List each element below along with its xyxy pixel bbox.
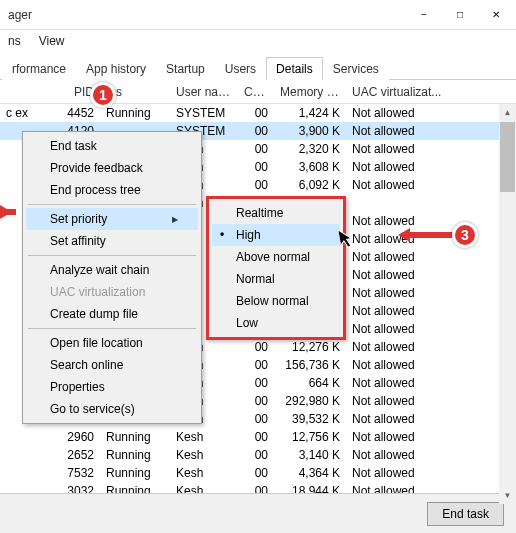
cell-uac: Not allowed	[346, 212, 516, 230]
cell-mem: 1,424 K	[274, 104, 346, 122]
ctx-go-to-service-s-[interactable]: Go to service(s)	[26, 398, 198, 420]
maximize-button[interactable]: □	[442, 1, 478, 29]
ctx-end-process-tree[interactable]: End process tree	[26, 179, 198, 201]
cell-uac: Not allowed	[346, 140, 516, 158]
cell-mem: 6,092 K	[274, 176, 346, 194]
scroll-thumb[interactable]	[500, 122, 515, 192]
cell-cpu: 00	[238, 158, 274, 176]
end-task-button[interactable]: End task	[427, 502, 504, 526]
menubar: ns View	[0, 30, 516, 52]
cell-uac	[346, 201, 516, 205]
cell-mem: 3,608 K	[274, 158, 346, 176]
cell-uac: Not allowed	[346, 374, 516, 392]
priority-realtime[interactable]: Realtime	[212, 202, 340, 224]
col-cpu[interactable]: CPU	[238, 83, 274, 101]
cell-status: Running	[100, 104, 170, 122]
cell-cpu: 00	[238, 338, 274, 356]
cell-name	[0, 435, 50, 439]
col-mem[interactable]: Memory (a...	[274, 83, 346, 101]
menu-view[interactable]: View	[35, 32, 69, 50]
ctx-provide-feedback[interactable]: Provide feedback	[26, 157, 198, 179]
cell-uac: Not allowed	[346, 320, 516, 338]
tab-details[interactable]: Details	[266, 57, 323, 80]
priority-normal[interactable]: Normal	[212, 268, 340, 290]
tab-performance[interactable]: rformance	[2, 57, 76, 80]
priority-submenu: RealtimeHighAbove normalNormalBelow norm…	[206, 196, 346, 340]
menu-options[interactable]: ns	[4, 32, 25, 50]
ctx-properties[interactable]: Properties	[26, 376, 198, 398]
cell-mem: 292,980 K	[274, 392, 346, 410]
table-row[interactable]: 2960RunningKesh0012,756 KNot allowed	[0, 428, 516, 446]
ctx-label: Analyze wait chain	[50, 263, 149, 277]
tab-startup[interactable]: Startup	[156, 57, 215, 80]
ctx-label: Properties	[50, 380, 105, 394]
cell-uac: Not allowed	[346, 446, 516, 464]
cell-uac: Not allowed	[346, 302, 516, 320]
table-row[interactable]: 7532RunningKesh004,364 KNot allowed	[0, 464, 516, 482]
titlebar: ager − □ ✕	[0, 0, 516, 30]
ctx-analyze-wait-chain[interactable]: Analyze wait chain	[26, 259, 198, 281]
ctx-label: Go to service(s)	[50, 402, 135, 416]
window-buttons: − □ ✕	[406, 1, 514, 29]
scroll-down-icon[interactable]: ▼	[499, 487, 516, 504]
ctx-label: End task	[50, 139, 97, 153]
cell-uac: Not allowed	[346, 104, 516, 122]
cell-cpu: 00	[238, 464, 274, 482]
cell-mem: 4,364 K	[274, 464, 346, 482]
cell-uac: Not allowed	[346, 122, 516, 140]
table-row[interactable]: c ex4452RunningSYSTEM001,424 KNot allowe…	[0, 104, 516, 122]
cell-uac: Not allowed	[346, 248, 516, 266]
cell-pid: 2652	[50, 446, 100, 464]
cell-mem: 3,900 K	[274, 122, 346, 140]
cell-name	[0, 453, 50, 457]
col-uac[interactable]: UAC virtualizat...	[346, 83, 516, 101]
cell-user: Kesh	[170, 446, 238, 464]
context-menu: End taskProvide feedbackEnd process tree…	[22, 131, 202, 424]
priority-low[interactable]: Low	[212, 312, 340, 334]
tab-users[interactable]: Users	[215, 57, 266, 80]
cell-status: Running	[100, 446, 170, 464]
close-button[interactable]: ✕	[478, 1, 514, 29]
minimize-button[interactable]: −	[406, 1, 442, 29]
badge-1: 1	[90, 82, 116, 108]
table-header: PID tus User name CPU Memory (a... UAC v…	[0, 80, 516, 104]
tab-app-history[interactable]: App history	[76, 57, 156, 80]
ctx-create-dump-file[interactable]: Create dump file	[26, 303, 198, 325]
cell-status: Running	[100, 464, 170, 482]
ctx-set-affinity[interactable]: Set affinity	[26, 230, 198, 252]
footer: End task	[0, 493, 516, 533]
cell-user: Kesh	[170, 464, 238, 482]
cell-name	[0, 471, 50, 475]
scrollbar[interactable]: ▲ ▼	[499, 104, 516, 504]
ctx-label: Open file location	[50, 336, 143, 350]
ctx-search-online[interactable]: Search online	[26, 354, 198, 376]
tabs: rformance App history Startup Users Deta…	[0, 54, 516, 80]
cell-mem: 664 K	[274, 374, 346, 392]
cell-uac: Not allowed	[346, 356, 516, 374]
priority-below-normal[interactable]: Below normal	[212, 290, 340, 312]
table-row[interactable]: 2652RunningKesh003,140 KNot allowed	[0, 446, 516, 464]
ctx-label: UAC virtualization	[50, 285, 145, 299]
ctx-set-priority[interactable]: Set priority▶	[26, 208, 198, 230]
ctx-open-file-location[interactable]: Open file location	[26, 332, 198, 354]
cell-uac: Not allowed	[346, 176, 516, 194]
cell-cpu: 00	[238, 104, 274, 122]
cell-mem: 2,320 K	[274, 140, 346, 158]
ctx-end-task[interactable]: End task	[26, 135, 198, 157]
col-user[interactable]: User name	[170, 83, 238, 101]
cell-uac: Not allowed	[346, 464, 516, 482]
cell-uac: Not allowed	[346, 338, 516, 356]
scroll-up-icon[interactable]: ▲	[499, 104, 516, 121]
cell-mem: 3,140 K	[274, 446, 346, 464]
cell-user: Kesh	[170, 428, 238, 446]
priority-high[interactable]: High	[212, 224, 340, 246]
cell-user: SYSTEM	[170, 104, 238, 122]
priority-above-normal[interactable]: Above normal	[212, 246, 340, 268]
cell-cpu: 00	[238, 410, 274, 428]
tab-services[interactable]: Services	[323, 57, 389, 80]
cell-mem: 12,276 K	[274, 338, 346, 356]
col-name[interactable]	[0, 90, 50, 94]
cell-pid: 2960	[50, 428, 100, 446]
cell-mem: 12,756 K	[274, 428, 346, 446]
cell-uac: Not allowed	[346, 284, 516, 302]
